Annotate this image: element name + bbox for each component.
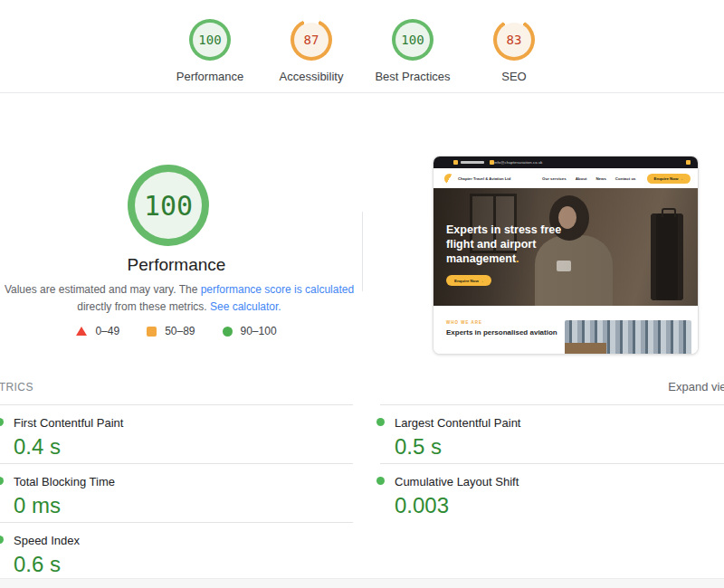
preview-logo-icon: [444, 174, 454, 184]
preview-subheading: Experts in personalised aviation: [446, 328, 564, 337]
preview-hero-enquire-button: Enquire Now →: [446, 275, 491, 286]
bottom-fade: [0, 578, 724, 588]
preview-nav-about: About: [576, 176, 587, 181]
preview-phone-text: [461, 161, 484, 164]
score-label[interactable]: Performance: [176, 70, 243, 83]
legend-item-average: 50–89: [147, 325, 195, 337]
pass-dot-icon: [0, 477, 4, 485]
gauge-fill: 100: [135, 172, 202, 239]
score-description: Values are estimated and may vary. The p…: [2, 281, 357, 315]
score-legend: 0–49 50–89 90–100: [0, 325, 353, 337]
performance-score-calculated-link[interactable]: performance score is calculated: [201, 283, 354, 296]
vertical-divider: [362, 212, 363, 291]
metrics-section-heading: METRICS: [0, 381, 33, 394]
legend-label: 0–49: [95, 325, 119, 337]
seo-score-gauge[interactable]: 83: [493, 19, 535, 61]
metric-value: 0 ms: [14, 493, 353, 518]
hero-title-period: .: [516, 252, 519, 265]
gauge-fill: 87: [294, 23, 329, 57]
preview-hero-title: Experts in stress free flight and airpor…: [446, 223, 584, 266]
expand-view-button[interactable]: Expand view: [668, 380, 724, 394]
metric-name: Cumulative Layout Shift: [395, 475, 724, 488]
metrics-left-column: First Contentful Paint 0.4 s Total Block…: [0, 404, 353, 583]
description-text: directly from these metrics.: [77, 300, 210, 313]
preview-hero-photo: Experts in stress free flight and airpor…: [433, 188, 698, 306]
score-value: 87: [304, 33, 319, 47]
description-text: Values are estimated and may vary. The: [5, 283, 201, 296]
social-icon: [686, 160, 691, 165]
average-square-icon: [147, 327, 157, 337]
metrics-right-column: Largest Contentful Paint 0.5 s Cumulativ…: [380, 404, 724, 522]
pass-dot-icon: [0, 418, 4, 426]
metric-name: Speed Index: [14, 534, 353, 547]
metric-cumulative-layout-shift: Cumulative Layout Shift 0.003: [380, 463, 724, 522]
score-item-best-practices[interactable]: 100 Best Practices: [373, 19, 452, 83]
preview-nav-news: News: [595, 176, 605, 181]
metric-first-contentful-paint: First Contentful Paint 0.4 s: [0, 404, 353, 463]
accessibility-score-gauge[interactable]: 87: [291, 19, 332, 61]
performance-summary-section: 100 Performance Values are estimated and…: [0, 94, 724, 371]
best-practices-score-gauge[interactable]: 100: [392, 19, 433, 61]
metric-value: 0.6 s: [14, 552, 353, 577]
hero-title-text: Experts in stress free flight and airpor…: [446, 223, 561, 265]
pass-dot-icon: [0, 536, 4, 544]
preview-nav-contact: Contact us: [615, 176, 636, 181]
metric-name: Largest Contentful Paint: [395, 416, 724, 430]
pass-circle-icon: [223, 327, 233, 337]
metric-name: First Contentful Paint: [14, 416, 353, 430]
score-item-accessibility[interactable]: 87 Accessibility: [272, 19, 351, 83]
preview-eyebrow: WHO WE ARE: [446, 320, 482, 325]
metric-value: 0.5 s: [395, 434, 724, 460]
pass-dot-icon: [376, 477, 385, 485]
preview-content-image: [565, 320, 691, 355]
preview-nav-links: Our services About News Contact us: [542, 176, 635, 181]
metric-value: 0.003: [395, 493, 724, 518]
metric-speed-index: Speed Index 0.6 s: [0, 522, 353, 583]
site-screenshot-preview: info@chapteraviation.co.uk Chapter Trave…: [433, 156, 699, 355]
legend-item-pass: 90–100: [223, 325, 277, 337]
metric-value: 0.4 s: [14, 434, 353, 460]
gauge-fill: 100: [193, 23, 227, 57]
preview-content-section: WHO WE ARE Experts in personalised aviat…: [433, 306, 698, 355]
legend-item-fail: 0–49: [76, 325, 119, 337]
legend-label: 90–100: [241, 325, 277, 337]
pagespeed-report: 100 Performance 87 Accessibility 100 Bes…: [0, 0, 724, 588]
metric-largest-contentful-paint: Largest Contentful Paint 0.5 s: [380, 404, 724, 463]
preview-enquire-button: Enquire Now →: [647, 174, 691, 184]
performance-main-gauge: 100: [128, 165, 209, 246]
gauge-fill: 100: [395, 23, 430, 57]
metric-total-blocking-time: Total Blocking Time 0 ms: [0, 463, 353, 522]
preview-brand-name: Chapter Travel & Aviation Ltd: [458, 176, 510, 181]
score-value: 83: [507, 33, 522, 47]
score-label[interactable]: Best Practices: [375, 70, 450, 83]
see-calculator-link[interactable]: See calculator.: [210, 300, 281, 313]
pass-dot-icon: [376, 418, 385, 426]
score-label[interactable]: SEO: [501, 70, 526, 83]
gauge-fill: 83: [497, 23, 531, 57]
performance-score-gauge[interactable]: 100: [189, 19, 231, 61]
performance-heading: Performance: [0, 255, 353, 275]
score-value: 100: [401, 33, 424, 47]
preview-email-text: info@chapteraviation.co.uk: [494, 160, 543, 165]
preview-navbar: Chapter Travel & Aviation Ltd Our servic…: [433, 168, 698, 188]
metric-name: Total Blocking Time: [14, 475, 353, 488]
phone-icon: [453, 160, 458, 165]
fail-triangle-icon: [76, 327, 87, 336]
score-item-seo[interactable]: 83 SEO: [474, 19, 554, 83]
preview-nav-our-services: Our services: [542, 176, 567, 181]
preview-topbar: info@chapteraviation.co.uk: [433, 156, 698, 168]
performance-score-value: 100: [144, 190, 193, 222]
category-scores-bar: 100 Performance 87 Accessibility 100 Bes…: [0, 0, 724, 93]
score-label[interactable]: Accessibility: [280, 70, 344, 83]
score-item-performance[interactable]: 100 Performance: [170, 19, 250, 83]
score-value: 100: [198, 33, 221, 47]
legend-label: 50–89: [165, 325, 195, 337]
